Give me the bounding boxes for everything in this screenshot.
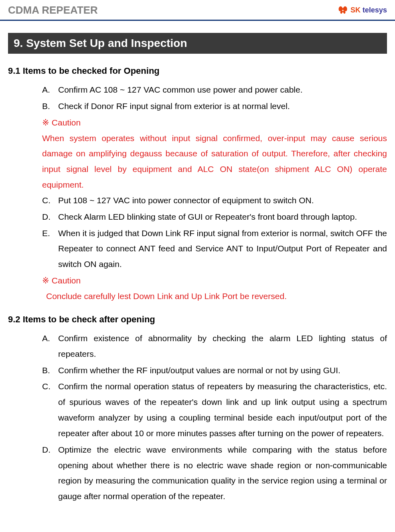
item-letter: C. [42, 193, 51, 208]
item-list-9-1-cont: C. Put 108 ~ 127 VAC into power connecto… [8, 193, 387, 272]
list-item: B. Check if Donor RF input signal from e… [42, 99, 387, 114]
item-text: Check Alarm LED blinking state of GUI or… [58, 212, 357, 221]
item-letter: E. [42, 226, 50, 241]
logo-sk-text: SK [350, 6, 361, 14]
item-text: Confirm AC 108 ~ 127 VAC common use powe… [58, 85, 303, 94]
list-item: D. Check Alarm LED blinking state of GUI… [42, 209, 387, 225]
content-area: 9. System Set Up and Inspection 9.1 Item… [0, 21, 395, 522]
item-letter: B. [42, 99, 50, 114]
item-text: Put 108 ~ 127 VAC into power connector o… [58, 196, 314, 205]
item-text: Confirm whether the RF input/output valu… [58, 366, 340, 375]
butterfly-icon [337, 4, 349, 16]
subsection-9-1: 9.1 Items to be checked for Opening A. C… [8, 66, 387, 304]
item-letter: A. [42, 82, 50, 98]
item-letter: A. [42, 331, 50, 346]
list-item: C. Confirm the normal operation status o… [42, 379, 387, 441]
subsection-9-2: 9.2 Items to be check after opening A. C… [8, 314, 387, 504]
caution-text: When system operates without input signa… [8, 131, 387, 193]
item-text: When it is judged that Down Link RF inpu… [58, 229, 387, 269]
list-item: B. Confirm whether the RF input/output v… [42, 363, 387, 378]
item-letter: C. [42, 379, 51, 394]
list-item: A. Confirm existence of abnormality by c… [42, 331, 387, 362]
subsection-9-1-title: 9.1 Items to be checked for Opening [8, 66, 387, 76]
item-letter: D. [42, 209, 51, 225]
caution-label: ※ Caution [8, 273, 387, 289]
caution-text: Conclude carefully lest Down Link and Up… [8, 289, 387, 304]
logo-telesys-text: telesys [361, 6, 387, 14]
list-item: C. Put 108 ~ 127 VAC into power connecto… [42, 193, 387, 208]
logo: SK telesys [337, 4, 387, 16]
list-item: D. Optimize the electric wave environmen… [42, 442, 387, 504]
item-list-9-1: A. Confirm AC 108 ~ 127 VAC common use p… [8, 82, 387, 114]
page-header: CDMA REPEATER SK telesys [0, 0, 395, 21]
list-item: A. Confirm AC 108 ~ 127 VAC common use p… [42, 82, 387, 98]
subsection-9-2-title: 9.2 Items to be check after opening [8, 314, 387, 325]
item-list-9-2: A. Confirm existence of abnormality by c… [8, 331, 387, 504]
header-title: CDMA REPEATER [8, 4, 98, 16]
item-letter: D. [42, 442, 51, 458]
section-header: 9. System Set Up and Inspection [8, 33, 387, 54]
item-text: Check if Donor RF input signal from exte… [58, 101, 290, 111]
logo-text: SK telesys [350, 6, 387, 14]
list-item: E. When it is judged that Down Link RF i… [42, 226, 387, 273]
caution-label: ※ Caution [8, 115, 387, 131]
item-text: Confirm existence of abnormality by chec… [58, 334, 387, 358]
item-text: Confirm the normal operation status of r… [58, 382, 387, 438]
item-text: Optimize the electric wave environments … [58, 445, 387, 501]
item-letter: B. [42, 363, 50, 378]
